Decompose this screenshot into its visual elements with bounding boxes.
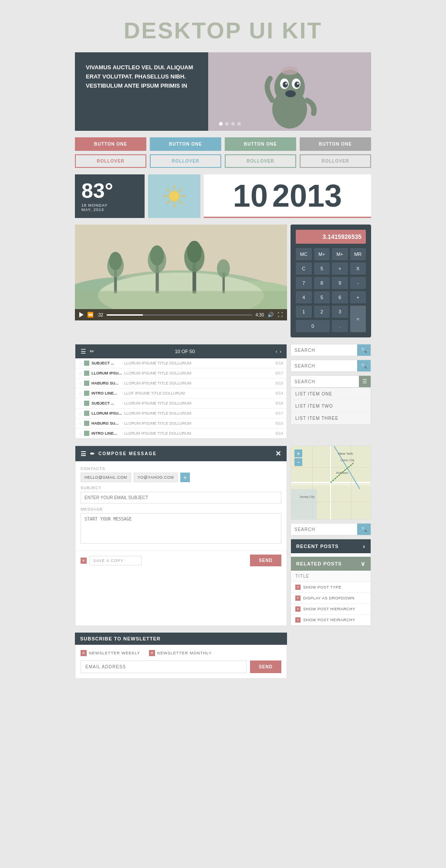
calc-1[interactable]: 1 — [296, 306, 312, 318]
search-button-2[interactable]: 🔍 — [357, 360, 371, 371]
save-checkbox[interactable]: ✕ — [81, 558, 87, 564]
button-gray[interactable]: BUTTON ONE — [300, 137, 371, 151]
list-button[interactable]: ☰ — [359, 376, 371, 387]
calc-dot[interactable]: . — [332, 320, 348, 332]
hamburger-icon-2[interactable]: ☰ — [81, 450, 87, 457]
newsletter-weekly-item[interactable]: ✕ NEWSLETTER WEEKLY — [81, 650, 140, 656]
fullscreen-icon[interactable]: ⛶ — [277, 312, 283, 318]
zoom-out-button[interactable]: − — [294, 458, 302, 466]
list-item-1[interactable]: LIST ITEM ONE — [291, 388, 371, 400]
newsletter-send-button[interactable]: SEND — [250, 660, 281, 673]
rollover-red[interactable]: ROLLOVER — [75, 154, 146, 168]
calc-plus2[interactable]: + — [350, 291, 366, 303]
send-button[interactable]: SEND — [250, 555, 281, 566]
inbox-item-1[interactable]: ☆ SUBJECT ... LLORUM IPSUME TITLE DOLLUR… — [75, 358, 287, 368]
calc-3[interactable]: 3 — [332, 306, 348, 318]
star-icon[interactable]: ☆ — [79, 421, 83, 426]
add-contact-button[interactable]: + — [180, 473, 190, 482]
calc-equals[interactable]: = — [350, 306, 366, 332]
star-icon[interactable]: ☆ — [79, 391, 83, 396]
recent-posts-arrow[interactable]: › — [363, 543, 365, 550]
calc-9[interactable]: 9 — [332, 277, 348, 289]
rollover-gray[interactable]: ROLLOVER — [300, 154, 371, 168]
hero-dot-4[interactable] — [237, 122, 241, 126]
star-icon[interactable]: ☆ — [79, 371, 83, 376]
inbox-item-7[interactable]: ☆ HABURG SU... LLORUM IPSUME TITLE DOLLU… — [75, 419, 287, 429]
contact-tag-2[interactable]: YO@YAHOO.COM — [134, 473, 178, 482]
monthly-checkbox[interactable]: ✕ — [149, 650, 155, 656]
volume-icon[interactable]: 🔊 — [267, 312, 274, 318]
post-option-1[interactable]: ✕ SHOW POST TYPE — [291, 582, 371, 593]
calc-4[interactable]: 4 — [296, 291, 312, 303]
hero-dot-1[interactable] — [219, 122, 223, 126]
date-day: 10 — [233, 178, 268, 214]
list-item-2[interactable]: LIST ITEM TWO — [291, 400, 371, 412]
inbox-item-8[interactable]: ☆ INTRO LINE... LLDRUM IPSUME TITLE DOLL… — [75, 429, 287, 439]
calc-6[interactable]: 6 — [332, 291, 348, 303]
related-posts-arrow[interactable]: ∨ — [361, 560, 365, 567]
newsletter-section: SUBSCRIBE TO NEWSLETTER ✕ NEWSLETTER WEE… — [75, 633, 287, 679]
star-icon[interactable]: ☆ — [79, 361, 83, 366]
edit-icon[interactable]: ✏ — [90, 348, 94, 354]
search-input-3[interactable] — [291, 376, 359, 387]
star-icon[interactable]: ☆ — [79, 431, 83, 436]
calc-mc[interactable]: MC — [296, 248, 312, 260]
post-opt-x-2[interactable]: ✕ — [295, 596, 301, 601]
calc-5b[interactable]: 5 — [314, 291, 330, 303]
inbox-item-4[interactable]: ☆ INTRO LINE... LLOF IPSUME TITLE DOLLUR… — [75, 388, 287, 398]
subject-input[interactable] — [81, 492, 281, 504]
search-input-2[interactable] — [291, 360, 357, 371]
prev-icon[interactable]: ‹ — [276, 349, 277, 354]
inbox-item-2[interactable]: ☆ LLORUM IPSU... LLORUM IPSUME TITLE DOL… — [75, 368, 287, 378]
calc-m-plus2[interactable]: M+ — [332, 248, 348, 260]
close-icon[interactable]: ✕ — [275, 449, 281, 458]
map-search-input[interactable] — [291, 524, 357, 535]
calc-2[interactable]: 2 — [314, 306, 330, 318]
contact-tag-1[interactable]: HELLO@GMAIL.COM — [81, 473, 131, 482]
post-option-2[interactable]: ✕ DISPLAY AS DROPDOWN — [291, 593, 371, 604]
rollover-blue[interactable]: ROLLOVER — [150, 154, 221, 168]
zoom-in-button[interactable]: + — [294, 449, 302, 457]
post-opt-x-3[interactable]: ✕ — [295, 606, 301, 612]
star-icon[interactable]: ☆ — [79, 381, 83, 386]
calc-minus[interactable]: - — [350, 277, 366, 289]
star-icon[interactable]: ☆ — [79, 411, 83, 416]
star-icon[interactable]: ☆ — [79, 401, 83, 406]
button-blue[interactable]: BUTTON ONE — [150, 137, 221, 151]
newsletter-monthly-item[interactable]: ✕ NEWSLETTER MONTHLY — [149, 650, 212, 656]
map-search-button[interactable]: 🔍 — [357, 524, 371, 535]
post-option-3[interactable]: ✕ SHOW POST HIERARCHY — [291, 604, 371, 615]
post-opt-x-4[interactable]: ✕ — [295, 617, 301, 623]
calc-x[interactable]: X — [350, 262, 366, 275]
calc-5a[interactable]: 5 — [314, 262, 330, 275]
button-red[interactable]: BUTTON ONE — [75, 137, 146, 151]
post-opt-x-1[interactable]: ✕ — [295, 585, 301, 590]
post-option-4[interactable]: ✕ SHOW POST HEIRARCHY — [291, 615, 371, 626]
play-button[interactable] — [79, 312, 84, 317]
hero-dot-3[interactable] — [231, 122, 235, 126]
message-input[interactable] — [81, 513, 281, 544]
calc-8[interactable]: 8 — [314, 277, 330, 289]
calc-7[interactable]: 7 — [296, 277, 312, 289]
inbox-item-3[interactable]: ☆ HABURG SU... LLORUM IPSUME TITLE DOLLU… — [75, 378, 287, 388]
calc-plus[interactable]: + — [332, 262, 348, 275]
inbox-item-5[interactable]: ☆ SUBJECT ... LLORUM IPSUME TITLE DOLLUR… — [75, 398, 287, 408]
rewind-icon[interactable]: ⏪ — [87, 312, 94, 318]
inbox-item-6[interactable]: ☆ LLORUM IPSU... LLORUM IPSUME TITLE DOL… — [75, 408, 287, 419]
calc-0[interactable]: 0 — [296, 320, 330, 332]
weekly-checkbox[interactable]: ✕ — [81, 650, 87, 656]
edit-icon-2[interactable]: ✏ — [90, 451, 95, 457]
calc-mr[interactable]: MR — [350, 248, 366, 260]
search-input-1[interactable] — [291, 344, 357, 356]
list-item-3[interactable]: LIST ITEM THREE — [291, 412, 371, 424]
search-button-1[interactable]: 🔍 — [357, 344, 371, 356]
rollover-green[interactable]: ROLLOVER — [225, 154, 296, 168]
hero-dot-2[interactable] — [225, 122, 229, 126]
button-green[interactable]: BUTTON ONE — [225, 137, 296, 151]
calc-c[interactable]: C — [296, 262, 312, 275]
hamburger-icon[interactable]: ☰ — [81, 348, 86, 355]
next-icon[interactable]: › — [280, 349, 281, 354]
calc-m-plus1[interactable]: M+ — [314, 248, 330, 260]
email-input[interactable] — [81, 660, 247, 673]
progress-bar[interactable] — [107, 314, 252, 316]
